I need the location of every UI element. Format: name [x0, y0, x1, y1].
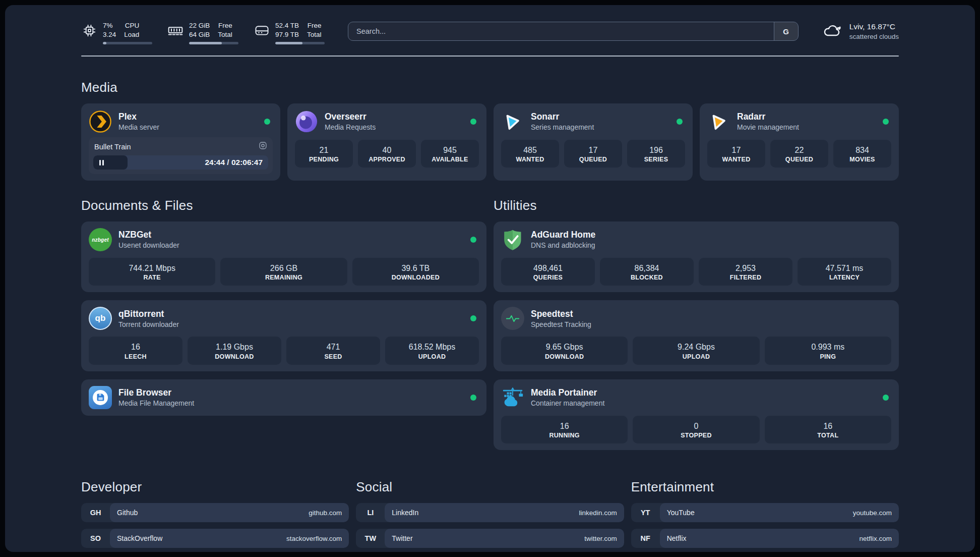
plex-progress-track[interactable]: 24:44 / 02:06:47 [93, 155, 268, 170]
stat-tile: 1.19 Gbps DOWNLOAD [188, 337, 281, 364]
nzbget-subtitle: Usenet downloader [118, 241, 179, 250]
qbittorrent-icon: qb [89, 307, 112, 330]
filebrowser-status-dot [470, 395, 476, 401]
netflix-abbr: NF [631, 529, 660, 548]
filebrowser-title: File Browser [118, 387, 194, 399]
stat-tile: 17 WANTED [707, 140, 765, 168]
dashboard: 7% 3.24 CPU Load [5, 5, 975, 552]
link-twitter[interactable]: TW Twitter twitter.com [356, 529, 624, 548]
stat-tile: 471 SEED [286, 337, 380, 364]
search-engine-button[interactable]: G [774, 22, 798, 40]
memory-progress-bar [189, 42, 238, 44]
sonarr-icon [501, 110, 524, 133]
cpu-progress-bar [103, 42, 152, 44]
memory-icon [167, 22, 183, 38]
top-bar: 7% 3.24 CPU Load [81, 18, 899, 47]
stat-tile: 86,384 BLOCKED [600, 258, 694, 286]
card-qbittorrent[interactable]: qb qBittorrent Torrent downloader 16 LEE… [81, 300, 486, 371]
disk-total-label: Total [307, 30, 322, 39]
weather-location-temp: Lviv, 16.87°C [849, 22, 899, 32]
link-youtube[interactable]: YT YouTube youtube.com [631, 503, 899, 522]
adguard-icon [501, 228, 524, 251]
overseerr-subtitle: Media Requests [325, 123, 376, 132]
stat-tile: 485 WANTED [501, 140, 559, 168]
section-heading-developer: Developer [81, 479, 349, 495]
radarr-status-dot [883, 119, 889, 125]
card-speedtest[interactable]: Speedtest Speedtest Tracking 9.65 Gbps D… [494, 300, 899, 371]
disk-icon [254, 22, 270, 38]
plex-status-dot [264, 119, 270, 125]
section-heading-entertainment: Entertainment [631, 479, 899, 495]
disk-total: 97.9 TB [275, 30, 299, 39]
twitter-abbr: TW [356, 529, 385, 548]
pause-icon[interactable] [99, 160, 101, 165]
memory-total: 64 GiB [189, 30, 210, 39]
stat-tile: 17 QUEUED [564, 140, 622, 168]
link-linkedin[interactable]: LI LinkedIn linkedin.com [356, 503, 624, 522]
section-heading-documents: Documents & Files [81, 198, 486, 213]
sonarr-title: Sonarr [531, 111, 594, 123]
overseerr-title: Overseerr [325, 111, 376, 123]
stat-tile: 9.24 Gbps UPLOAD [633, 337, 759, 364]
card-sonarr[interactable]: Sonarr Series management 485 WANTED 17 Q… [494, 103, 693, 181]
media-grid: Plex Media server Bullet Train [81, 103, 899, 181]
card-radarr[interactable]: Radarr Movie management 17 WANTED 22 QUE… [700, 103, 899, 181]
cpu-stat: 7% 3.24 CPU Load [81, 21, 152, 44]
system-stats: 7% 3.24 CPU Load [81, 21, 325, 44]
section-heading-media: Media [81, 80, 899, 95]
portainer-subtitle: Container management [531, 399, 604, 408]
nzbget-status-dot [470, 237, 476, 243]
stat-tile: 40 APPROVED [358, 140, 416, 168]
plex-session-time: 24:44 / 02:06:47 [205, 158, 268, 167]
cloud-icon [822, 23, 843, 40]
stat-tile: 744.21 Mbps RATE [89, 258, 215, 286]
plex-title: Plex [118, 111, 159, 123]
card-filebrowser[interactable]: File Browser Media File Management [81, 379, 486, 416]
weather-widget: Lviv, 16.87°C scattered clouds [822, 22, 899, 41]
qbittorrent-title: qBittorrent [118, 308, 179, 320]
adguard-title: AdGuard Home [531, 229, 595, 241]
stat-tile: 834 MOVIES [833, 140, 891, 168]
card-adguard[interactable]: AdGuard Home DNS and adblocking 498,461 … [494, 221, 899, 292]
radarr-title: Radarr [737, 111, 799, 123]
portainer-title: Media Portainer [531, 387, 604, 399]
radarr-subtitle: Movie management [737, 123, 799, 132]
stat-tile: 0 STOPPED [633, 416, 759, 443]
filebrowser-icon [89, 386, 112, 409]
section-heading-social: Social [356, 479, 624, 495]
card-overseerr[interactable]: Overseerr Media Requests 21 PENDING 40 A… [287, 103, 486, 181]
stat-tile: 618.52 Mbps UPLOAD [385, 337, 479, 364]
stat-tile: 0.993 ms PING [765, 337, 891, 364]
stat-tile: 945 AVAILABLE [421, 140, 479, 168]
qbittorrent-subtitle: Torrent downloader [118, 320, 179, 329]
stat-tile: 9.65 Gbps DOWNLOAD [501, 337, 628, 364]
link-github[interactable]: GH Github github.com [81, 503, 349, 522]
stat-tile: 498,461 QUERIES [501, 258, 595, 286]
memory-free-label: Free [218, 21, 232, 30]
disk-free-label: Free [308, 21, 322, 30]
stat-tile: 21 PENDING [295, 140, 353, 168]
nzbget-title: NZBGet [118, 229, 179, 241]
card-portainer[interactable]: Media Portainer Container management 16 … [494, 379, 899, 450]
card-plex[interactable]: Plex Media server Bullet Train [81, 103, 280, 181]
link-stackoverflow[interactable]: SO StackOverflow stackoverflow.com [81, 529, 349, 548]
search-bar: G [348, 22, 799, 41]
sonarr-status-dot [677, 119, 683, 125]
portainer-status-dot [883, 395, 889, 401]
disk-progress-bar [275, 42, 325, 44]
memory-stat: 22 GiB 64 GiB Free Total [167, 21, 238, 44]
stat-tile: 16 TOTAL [765, 416, 891, 443]
plex-progress-elapsed [93, 155, 128, 170]
adguard-subtitle: DNS and adblocking [531, 241, 595, 250]
speedtest-subtitle: Speedtest Tracking [531, 320, 591, 329]
cpu-label: CPU [125, 21, 140, 30]
linkedin-abbr: LI [356, 503, 385, 522]
card-nzbget[interactable]: nzbget NZBGet Usenet downloader 744.21 M… [81, 221, 486, 292]
plex-session: Bullet Train 24:44 / 02:06:47 [89, 137, 273, 174]
stat-tile: 196 SERIES [627, 140, 685, 168]
search-input[interactable] [348, 22, 774, 40]
link-netflix[interactable]: NF Netflix netflix.com [631, 529, 899, 548]
header-divider [81, 55, 899, 57]
stat-tile: 39.6 TB DOWNLOADED [352, 258, 479, 286]
overseerr-icon [295, 110, 318, 133]
